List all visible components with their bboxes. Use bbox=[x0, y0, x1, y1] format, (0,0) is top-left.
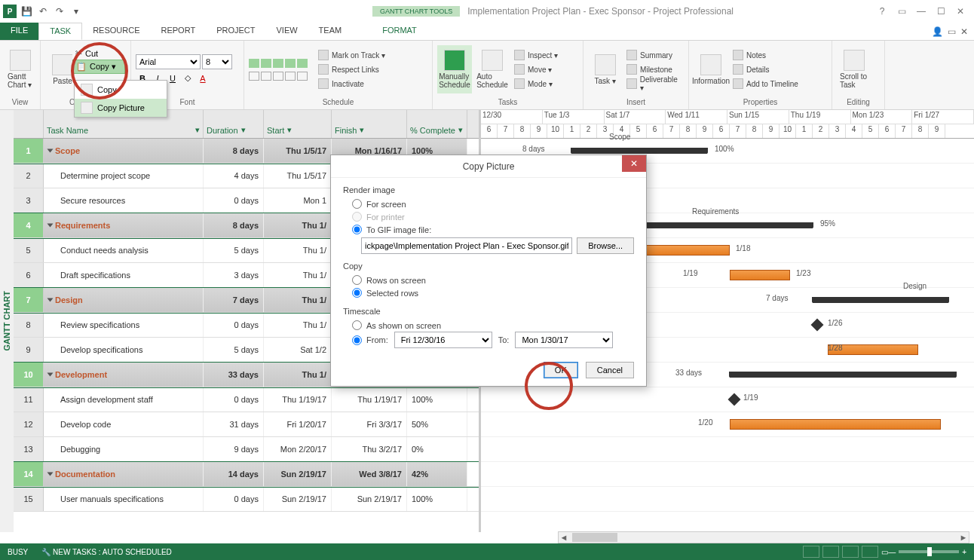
account-icon[interactable]: 👤 bbox=[932, 26, 943, 37]
font-color-button[interactable]: A bbox=[196, 72, 210, 85]
tab-file[interactable]: FILE bbox=[0, 23, 38, 40]
respect-links-button[interactable]: Respect Links bbox=[317, 63, 387, 76]
status-bar: BUSY 🔧 NEW TASKS : AUTO SCHEDULED ▭— + bbox=[0, 543, 974, 560]
tab-view[interactable]: VIEW bbox=[265, 23, 308, 40]
view-shortcut-4[interactable] bbox=[862, 546, 878, 558]
gantt-h-scrollbar[interactable]: ◄► bbox=[558, 531, 969, 543]
opt-to-gif[interactable]: To GIF image file: bbox=[343, 223, 634, 236]
gif-path-input[interactable] bbox=[361, 237, 572, 254]
add-to-timeline-button[interactable]: Add to Timeline bbox=[731, 77, 800, 90]
close-icon[interactable]: ✕ bbox=[951, 4, 969, 19]
undo-icon[interactable]: ↶ bbox=[36, 5, 50, 18]
view-bar: GANTT CHART bbox=[0, 110, 14, 532]
inner-close-icon[interactable]: ✕ bbox=[960, 26, 968, 37]
table-row[interactable]: 12 Develop code 31 days Fri 1/20/17 Fri … bbox=[14, 412, 479, 437]
table-row[interactable]: 14 Documentation 14 days Sun 2/19/17 Wed… bbox=[14, 462, 479, 487]
mark-on-track-button[interactable]: Mark on Track ▾ bbox=[317, 48, 387, 62]
inspect-button[interactable]: Inspect ▾ bbox=[513, 48, 559, 62]
view-shortcut-2[interactable] bbox=[822, 546, 839, 558]
col-finish[interactable]: Finish▾ bbox=[332, 110, 407, 138]
opt-selected-rows[interactable]: Selected rows bbox=[343, 286, 634, 299]
task-insert-button[interactable]: Task ▾ bbox=[588, 45, 622, 93]
tab-resource[interactable]: RESOURCE bbox=[82, 23, 150, 40]
ribbon-tabs: FILE TASK RESOURCE REPORT PROJECT VIEW T… bbox=[0, 23, 974, 41]
tab-report[interactable]: REPORT bbox=[151, 23, 207, 40]
col-duration[interactable]: Duration▾ bbox=[204, 110, 264, 138]
qat-more-icon[interactable]: ▾ bbox=[69, 5, 83, 18]
inactivate-button[interactable]: Inactivate bbox=[317, 77, 387, 90]
font-size-select[interactable]: 8 bbox=[202, 54, 232, 69]
opt-as-shown[interactable]: As shown on screen bbox=[343, 319, 634, 332]
notes-button[interactable]: Notes bbox=[731, 48, 800, 62]
tab-task[interactable]: TASK bbox=[38, 23, 82, 40]
ribbon-options-icon[interactable]: ▭ bbox=[893, 4, 911, 19]
opt-from[interactable]: From: bbox=[352, 335, 388, 345]
copy-dropdown: Copy Copy Picture bbox=[74, 80, 167, 118]
from-date-select[interactable]: Fri 12/30/16 bbox=[394, 332, 492, 348]
copy-split-button[interactable]: 📋Copy ▾ bbox=[72, 60, 125, 74]
section-copy: Copy bbox=[343, 262, 634, 271]
cut-button[interactable]: ✂Cut bbox=[72, 47, 125, 60]
dialog-close-button[interactable]: ✕ bbox=[622, 155, 646, 172]
zoom-slider[interactable] bbox=[899, 550, 959, 553]
quick-access-toolbar: P 💾 ↶ ↷ ▾ bbox=[0, 5, 86, 18]
opt-rows-on-screen[interactable]: Rows on screen bbox=[343, 274, 634, 286]
window-controls: ? ▭ — ☐ ✕ bbox=[873, 4, 974, 19]
copy-menu-copy-picture[interactable]: Copy Picture bbox=[75, 99, 167, 117]
cancel-button[interactable]: Cancel bbox=[586, 362, 634, 378]
auto-schedule-button[interactable]: Auto Schedule bbox=[475, 45, 510, 93]
milestone-button[interactable]: Milestone bbox=[625, 63, 684, 76]
browse-button[interactable]: Browse... bbox=[577, 237, 634, 254]
section-timescale: Timescale bbox=[343, 307, 634, 316]
table-row[interactable]: 11 Assign development staff 0 days Thu 1… bbox=[14, 387, 479, 412]
status-new-tasks[interactable]: 🔧 NEW TASKS : AUTO SCHEDULED bbox=[41, 548, 172, 556]
copy-menu-copy[interactable]: Copy bbox=[75, 81, 167, 99]
document-title: Implementation Project Plan - Exec Spons… bbox=[467, 6, 734, 17]
mode-button[interactable]: Mode ▾ bbox=[513, 77, 559, 90]
ok-button[interactable]: OK bbox=[544, 362, 578, 378]
maximize-icon[interactable]: ☐ bbox=[932, 4, 950, 19]
timescale: 12/30Tue 1/3Sat 1/7Wed 1/11Sun 1/15Thu 1… bbox=[481, 110, 974, 139]
font-name-select[interactable]: Arial bbox=[136, 54, 201, 69]
tab-team[interactable]: TEAM bbox=[308, 23, 353, 40]
move-button[interactable]: Move ▾ bbox=[513, 63, 559, 76]
zoom-out-icon[interactable]: ▭— bbox=[881, 548, 896, 556]
minimize-icon[interactable]: — bbox=[912, 4, 930, 19]
opt-for-printer: For printer bbox=[343, 210, 634, 223]
redo-icon[interactable]: ↷ bbox=[53, 5, 66, 18]
title-bar: P 💾 ↶ ↷ ▾ GANTT CHART TOOLS Implementati… bbox=[0, 0, 974, 23]
tab-format[interactable]: FORMAT bbox=[372, 23, 427, 40]
clipboard-copy-area: ✂Cut 📋Copy ▾ bbox=[72, 47, 125, 74]
save-icon[interactable]: 💾 bbox=[20, 5, 33, 18]
dialog-title: Copy Picture ✕ bbox=[331, 155, 646, 178]
col-start[interactable]: Start▾ bbox=[264, 110, 332, 138]
gantt-chart-button[interactable]: Gantt Chart ▾ bbox=[5, 45, 35, 93]
deliverable-button[interactable]: Deliverable ▾ bbox=[625, 77, 684, 90]
app-icon: P bbox=[3, 5, 17, 18]
col-pct-complete[interactable]: % Complete▾ bbox=[407, 110, 467, 138]
tab-project[interactable]: PROJECT bbox=[206, 23, 265, 40]
view-shortcut-1[interactable] bbox=[803, 546, 819, 558]
table-row[interactable]: 15 User manuals specifications 0 days Su… bbox=[14, 487, 479, 512]
table-row[interactable]: 13 Debugging 9 days Mon 2/20/17 Thu 3/2/… bbox=[14, 437, 479, 462]
manually-schedule-button[interactable]: Manually Schedule bbox=[437, 45, 472, 93]
section-render-image: Render image bbox=[343, 185, 634, 194]
opt-for-screen[interactable]: For screen bbox=[343, 197, 634, 210]
information-button[interactable]: Information bbox=[694, 45, 728, 93]
view-shortcut-3[interactable] bbox=[842, 546, 859, 558]
to-date-select[interactable]: Mon 1/30/17 bbox=[515, 332, 613, 348]
fill-color-button[interactable]: ◇ bbox=[181, 72, 194, 85]
window-restore-icon[interactable]: ▭ bbox=[948, 26, 956, 37]
contextual-tab-header: GANTT CHART TOOLS bbox=[372, 6, 460, 17]
scroll-to-task-button[interactable]: Scroll to Task bbox=[837, 45, 871, 93]
status-busy: BUSY bbox=[8, 548, 28, 556]
help-icon[interactable]: ? bbox=[873, 4, 891, 19]
details-button[interactable]: Details bbox=[731, 63, 800, 76]
zoom-in-icon[interactable]: + bbox=[962, 548, 966, 556]
summary-button[interactable]: Summary bbox=[625, 48, 684, 62]
underline-button[interactable]: U bbox=[166, 72, 179, 85]
copy-picture-dialog: Copy Picture ✕ Render image For screen F… bbox=[330, 155, 647, 387]
